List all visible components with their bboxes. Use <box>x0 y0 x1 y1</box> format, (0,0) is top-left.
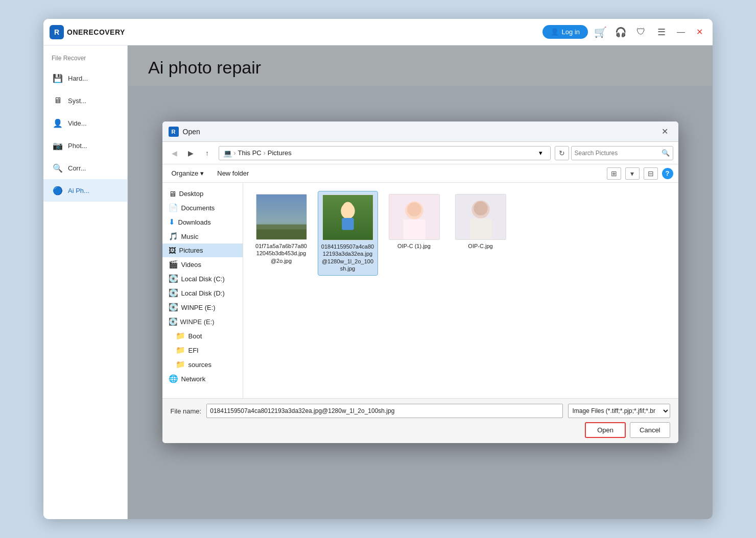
search-box: 🔍 <box>571 146 673 160</box>
breadcrumb-this-pc[interactable]: This PC <box>238 149 262 157</box>
sidebar-item-system[interactable]: 🖥 Syst... <box>43 89 127 112</box>
breadcrumb-dropdown[interactable]: ▾ <box>536 146 546 160</box>
nav-item-sources[interactable]: 📁 sources <box>162 357 243 372</box>
svg-point-14 <box>474 202 487 215</box>
documents-icon: 📄 <box>169 203 178 212</box>
organize-dropdown-icon: ▾ <box>200 169 204 177</box>
cancel-button[interactable]: Cancel <box>630 422 670 438</box>
file-name-2: 01841159507a4ca8012193a3da32ea.jpg@1280w… <box>321 243 374 272</box>
nav-item-local-c[interactable]: 💽 Local Disk (C:) <box>162 272 243 286</box>
nav-item-downloads[interactable]: ⬇ Downloads <box>162 215 243 229</box>
app-title: ONERECOVERY <box>67 28 125 36</box>
system-icon: 🖥 <box>52 94 64 107</box>
file-grid: 01f71a5a7a6b77a8012045b3db453d.jpg@2o.jp… <box>249 189 672 278</box>
search-input[interactable] <box>575 150 662 157</box>
shield-button[interactable]: 🛡 <box>633 24 649 40</box>
open-button[interactable]: Open <box>585 422 626 438</box>
title-bar-actions: 👤 Log in 🛒 🎧 🛡 ☰ — ✕ <box>542 24 706 40</box>
file-name-3: OIP-C (1).jpg <box>397 242 431 250</box>
nav-item-documents[interactable]: 📄 Documents <box>162 201 243 215</box>
svg-rect-2 <box>256 230 306 240</box>
nav-back-button[interactable]: ◀ <box>168 146 182 160</box>
pictures-icon: 🖼 <box>169 246 176 255</box>
sidebar-item-label-system: Syst... <box>68 97 86 105</box>
file-thumb-3 <box>389 194 440 240</box>
view-detail-button[interactable]: ▾ <box>625 167 640 180</box>
new-folder-button[interactable]: New folder <box>212 167 254 179</box>
sidebar-item-video[interactable]: 👤 Vide... <box>43 112 127 134</box>
dialog-close-button[interactable]: ✕ <box>658 125 672 139</box>
filetype-select[interactable]: Image Files (*.tiff;*.pjp;*.jfif;*.br <box>568 404 670 418</box>
dialog-footer: File name: Image Files (*.tiff;*.pjp;*.j… <box>162 398 678 443</box>
file-item-4[interactable]: OIP-C.jpg <box>451 191 511 276</box>
boot-icon: 📁 <box>176 331 185 340</box>
close-button[interactable]: ✕ <box>692 25 706 39</box>
breadcrumb-pictures[interactable]: Pictures <box>268 149 292 157</box>
nav-item-efi[interactable]: 📁 EFI <box>162 343 243 357</box>
nav-item-boot[interactable]: 📁 Boot <box>162 329 243 343</box>
file-item-2[interactable]: 01841159507a4ca8012193a3da32ea.jpg@1280w… <box>318 191 378 276</box>
sidebar: File Recover 💾 Hard... 🖥 Syst... 👤 Vide.… <box>43 45 128 519</box>
view-split-button[interactable]: ⊟ <box>644 167 658 180</box>
corrupt-icon: 🔍 <box>52 162 64 174</box>
nav-up-button[interactable]: ↑ <box>200 146 215 160</box>
network-icon: 🌐 <box>169 374 178 383</box>
app-logo-icon: R <box>50 25 64 39</box>
dialog-body: 🖥 Desktop 📄 Documents ⬇ Downloads <box>162 183 678 398</box>
login-button[interactable]: 👤 Log in <box>542 25 588 39</box>
help-button[interactable]: ? <box>662 168 673 179</box>
title-bar: R ONERECOVERY 👤 Log in 🛒 🎧 🛡 ☰ — ✕ <box>43 19 713 45</box>
app-window: R ONERECOVERY 👤 Log in 🛒 🎧 🛡 ☰ — ✕ File … <box>43 19 713 519</box>
organize-button[interactable]: Organize ▾ <box>168 167 208 179</box>
nav-item-network[interactable]: 🌐 Network <box>162 372 243 386</box>
modal-overlay: R Open ✕ ◀ ▶ ↑ 💻 › This PC <box>128 45 713 519</box>
nav-item-local-d[interactable]: 💽 Local Disk (D:) <box>162 286 243 300</box>
ai-photo-icon: 🔵 <box>52 184 64 197</box>
sidebar-item-corrupt[interactable]: 🔍 Corr... <box>43 157 127 179</box>
headphone-button[interactable]: 🎧 <box>612 24 629 40</box>
footer-row1: File name: Image Files (*.tiff;*.pjp;*.j… <box>171 404 670 418</box>
local-c-icon: 💽 <box>169 274 178 283</box>
file-thumb-1 <box>256 194 307 240</box>
sidebar-item-label-corrupt: Corr... <box>68 164 86 172</box>
view-toggle-button[interactable]: ⊞ <box>607 167 621 180</box>
menu-button[interactable]: ☰ <box>653 24 670 40</box>
nav-item-desktop[interactable]: 🖥 Desktop <box>162 187 243 201</box>
filename-label: File name: <box>171 407 202 415</box>
winpe-nav-icon: 💽 <box>169 303 178 312</box>
svg-point-10 <box>407 203 421 216</box>
music-icon: 🎵 <box>169 232 178 241</box>
filename-input[interactable] <box>206 404 562 418</box>
photo-icon: 📷 <box>52 139 64 152</box>
refresh-button[interactable]: ↻ <box>555 146 569 160</box>
search-icon: 🔍 <box>662 149 670 157</box>
sidebar-item-label-hard: Hard... <box>68 75 88 82</box>
nav-item-videos[interactable]: 🎬 Videos <box>162 257 243 272</box>
footer-row2: Open Cancel <box>171 422 670 438</box>
sidebar-item-hard[interactable]: 💾 Hard... <box>43 67 127 89</box>
cart-button[interactable]: 🛒 <box>592 24 608 40</box>
nav-item-pictures[interactable]: 🖼 Pictures <box>162 243 243 257</box>
sources-icon: 📁 <box>176 360 185 369</box>
dialog-toolbar: Organize ▾ New folder ⊞ ▾ ⊟ ? <box>162 164 678 183</box>
downloads-icon: ⬇ <box>169 217 175 227</box>
nav-item-music[interactable]: 🎵 Music <box>162 229 243 243</box>
sidebar-item-photo[interactable]: 📷 Phot... <box>43 134 127 157</box>
sidebar-item-label-video: Vide... <box>68 119 87 127</box>
local-d-icon: 💽 <box>169 288 178 298</box>
efi-icon: 📁 <box>176 346 185 355</box>
dialog-logo-icon: R <box>169 127 179 137</box>
nav-item-winpe-nav[interactable]: 💽 WINPE (E:) <box>162 300 243 314</box>
nav-section-winpe[interactable]: 💽 WINPE (E:) <box>162 314 243 329</box>
file-dialog: R Open ✕ ◀ ▶ ↑ 💻 › This PC <box>162 121 678 443</box>
sidebar-item-label-ai: Ai Ph... <box>68 187 89 194</box>
file-item-1[interactable]: 01f71a5a7a6b77a8012045b3db453d.jpg@2o.jp… <box>251 191 312 276</box>
file-thumb-4 <box>455 194 506 240</box>
computer-icon: 💻 <box>223 149 232 157</box>
sidebar-label: File Recover <box>43 52 127 67</box>
file-item-3[interactable]: OIP-C (1).jpg <box>384 191 444 276</box>
file-name-4: OIP-C.jpg <box>468 242 492 250</box>
sidebar-item-ai-photo[interactable]: 🔵 Ai Ph... <box>43 179 127 202</box>
nav-forward-button[interactable]: ▶ <box>184 146 198 160</box>
minimize-button[interactable]: — <box>674 25 688 39</box>
